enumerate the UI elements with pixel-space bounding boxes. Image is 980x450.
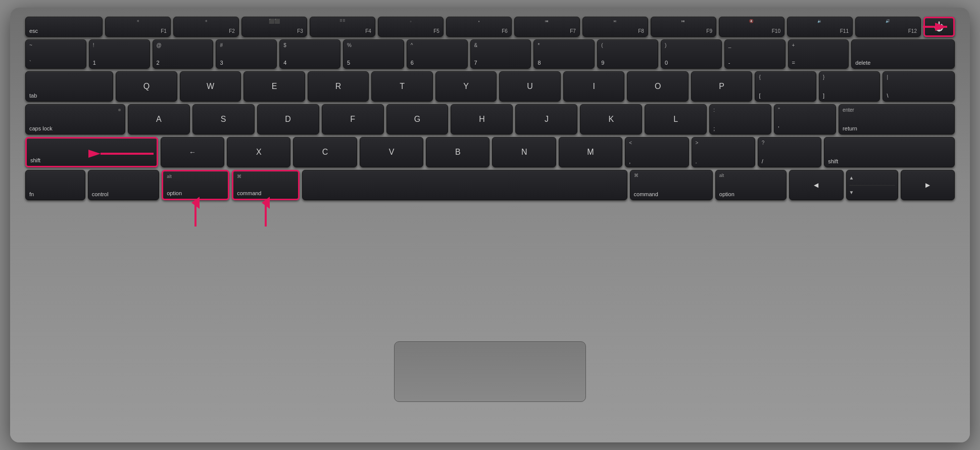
key-6[interactable]: ^ 6 bbox=[407, 39, 468, 69]
key-b[interactable]: B bbox=[426, 137, 489, 167]
key-space[interactable] bbox=[302, 170, 627, 200]
key-arrow-left[interactable]: ◀ bbox=[789, 170, 843, 200]
key-period[interactable]: > . bbox=[692, 137, 755, 167]
key-rbracket[interactable]: } ] bbox=[819, 71, 880, 102]
key-arrow-right[interactable]: ▶ bbox=[901, 170, 955, 200]
key-lbracket[interactable]: { [ bbox=[755, 71, 816, 102]
key-caps-lock[interactable]: caps lock bbox=[25, 104, 125, 134]
key-k[interactable]: K bbox=[580, 104, 642, 134]
f2-icon: ☀ bbox=[205, 19, 208, 23]
key-l[interactable]: L bbox=[645, 104, 707, 134]
key-c[interactable]: C bbox=[293, 137, 357, 167]
key-e[interactable]: E bbox=[243, 71, 305, 102]
key-quote[interactable]: " ' bbox=[774, 104, 836, 134]
key-f1[interactable]: ☀ F1 bbox=[105, 17, 171, 37]
key-t[interactable]: T bbox=[371, 71, 433, 102]
key-equals[interactable]: + = bbox=[788, 39, 849, 69]
key-f4[interactable]: ⠿⠿ F4 bbox=[310, 17, 375, 37]
key-3[interactable]: # 3 bbox=[216, 39, 277, 69]
key-arrow-down[interactable]: ▼ bbox=[849, 187, 854, 199]
key-0[interactable]: ) 0 bbox=[661, 39, 722, 69]
key-j[interactable]: J bbox=[515, 104, 577, 134]
key-f6[interactable]: ⬧ F6 bbox=[446, 17, 512, 37]
key-9[interactable]: ( 9 bbox=[597, 39, 658, 69]
key-f3[interactable]: ⬛⬛ F3 bbox=[241, 17, 307, 37]
num-row: ~ ` ! 1 @ 2 # 3 $ 4 % 5 bbox=[25, 39, 955, 69]
key-7[interactable]: & 7 bbox=[470, 39, 531, 69]
key-esc[interactable]: esc bbox=[25, 17, 103, 37]
bottom-row: fn control alt option ⌘ command bbox=[25, 170, 955, 200]
trackpad[interactable] bbox=[394, 341, 586, 402]
power-arrow-icon bbox=[923, 21, 951, 32]
key-v[interactable]: V bbox=[360, 137, 423, 167]
key-enter[interactable]: enter return bbox=[839, 104, 955, 134]
key-f8[interactable]: ⏯ F8 bbox=[582, 17, 648, 37]
key-fn[interactable]: fn bbox=[25, 170, 85, 200]
key-2[interactable]: @ 2 bbox=[153, 39, 214, 69]
key-h[interactable]: H bbox=[451, 104, 513, 134]
key-r[interactable]: R bbox=[308, 71, 369, 102]
key-y[interactable]: Y bbox=[435, 71, 497, 102]
key-4[interactable]: $ 4 bbox=[279, 39, 340, 69]
esc-label: esc bbox=[29, 28, 38, 34]
key-f9[interactable]: ⏭ F9 bbox=[651, 17, 716, 37]
key-shift-left[interactable]: shift bbox=[25, 137, 158, 167]
f6-icon: ⬧ bbox=[478, 19, 480, 23]
f3-icon: ⬛⬛ bbox=[269, 19, 280, 24]
key-1[interactable]: ! 1 bbox=[89, 39, 150, 69]
key-f10[interactable]: 🔇 F10 bbox=[719, 17, 785, 37]
key-f11[interactable]: 🔉 F11 bbox=[787, 17, 853, 37]
key-q[interactable]: Q bbox=[116, 71, 177, 102]
key-control[interactable]: control bbox=[88, 170, 159, 200]
key-f12[interactable]: 🔊 F12 bbox=[855, 17, 921, 37]
f8-icon: ⏯ bbox=[613, 19, 617, 23]
key-arrow-up[interactable]: ▲ bbox=[849, 171, 854, 184]
qwerty-row: tab Q W E R T Y U I bbox=[25, 71, 955, 102]
key-s[interactable]: S bbox=[192, 104, 255, 134]
key-w[interactable]: W bbox=[180, 71, 241, 102]
key-shift-right[interactable]: shift bbox=[824, 137, 955, 167]
laptop-body: esc ☀ F1 ☀ F2 ⬛⬛ F3 bbox=[10, 8, 970, 442]
key-f2[interactable]: ☀ F2 bbox=[173, 17, 239, 37]
key-arrow-updown: ▲ ▼ bbox=[846, 170, 898, 200]
key-d[interactable]: D bbox=[257, 104, 319, 134]
f10-icon: 🔇 bbox=[749, 19, 754, 23]
caps-lock-indicator bbox=[118, 109, 121, 111]
f12-icon: 🔊 bbox=[886, 19, 890, 23]
key-command-left[interactable]: ⌘ command bbox=[232, 170, 300, 200]
key-p[interactable]: P bbox=[691, 71, 753, 102]
key-f[interactable]: F bbox=[322, 104, 384, 134]
key-o[interactable]: O bbox=[627, 71, 689, 102]
key-slash[interactable]: ? / bbox=[758, 137, 821, 167]
command-arrow-icon bbox=[261, 200, 271, 228]
f5-icon: ⬦ bbox=[410, 19, 412, 23]
key-option-left[interactable]: alt option bbox=[162, 170, 229, 200]
f9-icon: ⏭ bbox=[681, 19, 685, 23]
keyboard-area: esc ☀ F1 ☀ F2 ⬛⬛ F3 bbox=[25, 17, 955, 412]
key-backslash[interactable]: | \ bbox=[883, 71, 955, 102]
f4-icon: ⠿⠿ bbox=[339, 19, 346, 23]
key-i[interactable]: I bbox=[563, 71, 625, 102]
key-g[interactable]: G bbox=[386, 104, 449, 134]
key-x[interactable]: X bbox=[227, 137, 290, 167]
key-arrow-back[interactable]: ← bbox=[161, 137, 224, 167]
key-8[interactable]: * 8 bbox=[533, 39, 595, 69]
f1-icon: ☀ bbox=[136, 19, 139, 23]
key-u[interactable]: U bbox=[499, 71, 561, 102]
key-f7[interactable]: ⏮ F7 bbox=[514, 17, 580, 37]
f11-icon: 🔉 bbox=[817, 19, 822, 23]
key-tilde[interactable]: ~ ` bbox=[25, 39, 86, 69]
key-comma[interactable]: < , bbox=[625, 137, 689, 167]
key-command-right[interactable]: ⌘ command bbox=[630, 170, 713, 200]
key-n[interactable]: N bbox=[492, 137, 556, 167]
key-tab[interactable]: tab bbox=[25, 71, 113, 102]
key-5[interactable]: % 5 bbox=[343, 39, 404, 69]
key-option-right[interactable]: alt option bbox=[715, 170, 787, 200]
key-semicolon[interactable]: : ; bbox=[709, 104, 771, 134]
key-m[interactable]: M bbox=[559, 137, 622, 167]
key-f5[interactable]: ⬦ F5 bbox=[378, 17, 444, 37]
option-arrow-icon bbox=[190, 200, 201, 228]
key-minus[interactable]: _ - bbox=[724, 39, 786, 69]
key-a[interactable]: A bbox=[128, 104, 190, 134]
key-delete[interactable]: delete bbox=[851, 39, 955, 69]
